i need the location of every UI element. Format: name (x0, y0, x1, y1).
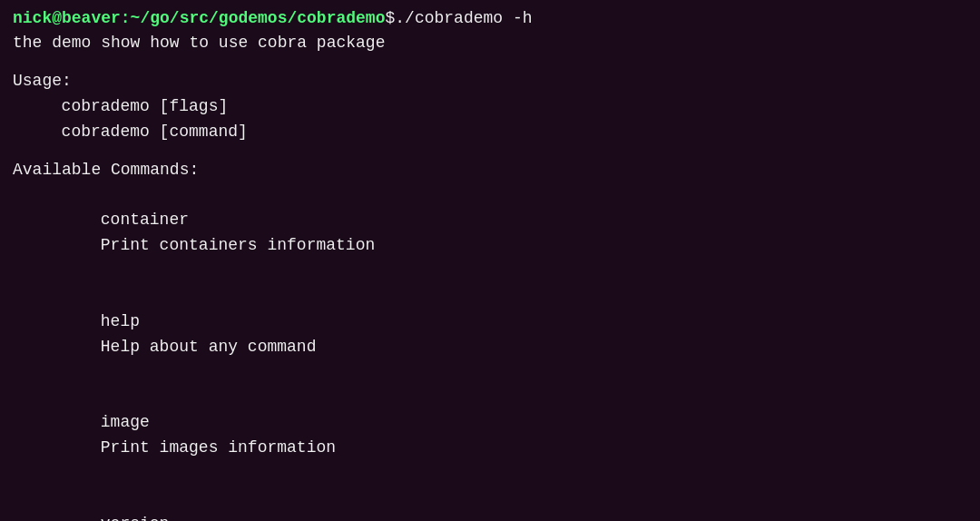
commands-section: Available Commands: container Print cont… (13, 158, 967, 521)
cmd-desc-container: Print containers information (101, 236, 375, 254)
prompt-line: nick@beaver:~/go/src/godemos/cobrademo $… (13, 9, 967, 27)
cmd-desc-image: Print images information (101, 438, 336, 457)
cmd-image: image Print images information (13, 386, 967, 487)
description-line: the demo show how to use cobra package (13, 31, 967, 56)
cmd-name-image: image (101, 410, 219, 436)
cmd-name-version: version (101, 512, 219, 521)
cmd-desc-help: Help about any command (101, 338, 317, 356)
usage-line-2: cobrademo [command] (13, 120, 967, 145)
usage-section: Usage: cobrademo [flags] cobrademo [comm… (13, 69, 967, 145)
prompt-user-host: nick@beaver:~/go/src/godemos/cobrademo (13, 9, 385, 27)
commands-header: Available Commands: (13, 158, 967, 183)
cmd-name-container: container (101, 208, 219, 233)
cmd-name-help: help (101, 310, 219, 335)
terminal-window: nick@beaver:~/go/src/godemos/cobrademo $… (13, 9, 967, 512)
prompt-separator: $ (385, 9, 395, 27)
prompt-command: ./cobrademo -h (395, 9, 532, 27)
cmd-container: container Print containers information (13, 182, 967, 284)
usage-line-1: cobrademo [flags] (13, 94, 967, 120)
cmd-help: help Help about any command (13, 284, 967, 386)
cmd-version: version Print the version number of cobr… (13, 487, 967, 521)
usage-header: Usage: (13, 69, 967, 94)
